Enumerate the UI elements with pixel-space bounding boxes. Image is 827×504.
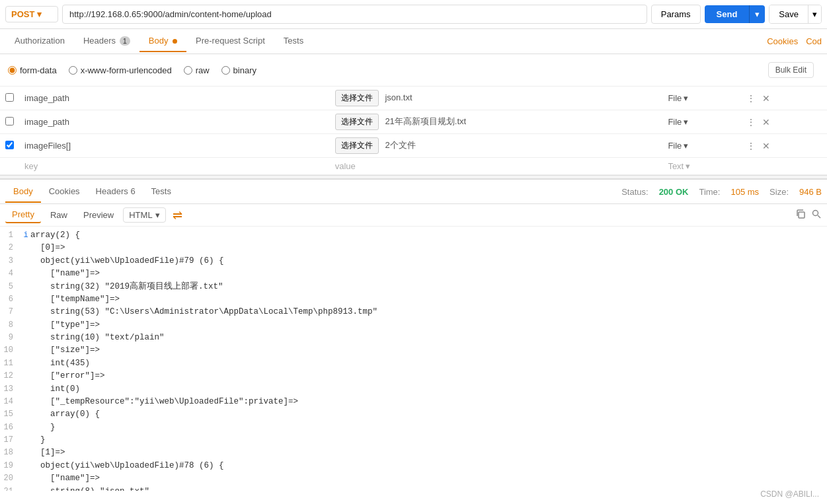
tab-body[interactable]: Body	[139, 30, 186, 52]
line-content: ["name"]=>	[30, 472, 100, 485]
row1-key: image_path	[19, 87, 330, 110]
tab-headers[interactable]: Headers 1	[74, 30, 139, 52]
resp-tab-headers[interactable]: Headers 6	[88, 181, 143, 203]
line-content: [0]=>	[30, 242, 65, 254]
row2-type-chevron[interactable]: ▾	[684, 117, 688, 127]
wrap-icon[interactable]: ⇌	[173, 208, 182, 223]
save-button[interactable]: Save	[769, 5, 808, 23]
line-content: }	[30, 434, 46, 447]
tab-tests[interactable]: Tests	[274, 30, 313, 52]
form-table: image_path 选择文件 json.txt File ▾ ⋮	[0, 87, 827, 175]
table-row: image_path 选择文件 21年高新项目规划.txt File ▾	[0, 110, 827, 134]
tab-prerequest[interactable]: Pre-request Script	[186, 30, 274, 52]
preview-view-button[interactable]: Preview	[77, 207, 120, 223]
time-value: 105 ms	[730, 187, 759, 197]
row2-checkbox[interactable]	[5, 117, 14, 126]
row3-checkbox[interactable]	[5, 141, 14, 149]
cookies-link[interactable]: Cookies	[767, 36, 798, 46]
resp-tab-cookies[interactable]: Cookies	[41, 181, 88, 203]
save-dropdown-button[interactable]: ▾	[808, 5, 821, 23]
line-content: array(2) {	[30, 229, 80, 242]
copy-button[interactable]	[795, 209, 806, 222]
code-line: 1iarray(2) {	[0, 229, 827, 242]
new-row: key value Text ▾	[0, 158, 827, 175]
row2-type-cell: File ▾	[662, 110, 740, 134]
line-number: 1	[0, 229, 21, 242]
formdata-radio[interactable]: form-data	[8, 65, 57, 75]
save-group: Save ▾	[769, 5, 822, 24]
pretty-view-button[interactable]: Pretty	[5, 207, 41, 223]
svg-rect-0	[799, 212, 805, 218]
status-value: 200 OK	[659, 187, 689, 197]
row3-delete-button[interactable]: ✕	[761, 139, 771, 153]
send-dropdown-button[interactable]: ▾	[749, 5, 765, 23]
tab-authorization[interactable]: Authorization	[5, 30, 74, 52]
params-button[interactable]: Params	[651, 5, 701, 24]
raw-view-button[interactable]: Raw	[44, 207, 74, 223]
code-line: 6 ["tempName"]=>	[0, 293, 827, 306]
row3-key: imageFiles[]	[19, 134, 330, 158]
new-row-value-placeholder: value	[335, 161, 356, 171]
code-line: 18 [1]=>	[0, 447, 827, 459]
url-input[interactable]	[62, 5, 647, 24]
row1-type-chevron[interactable]: ▾	[684, 93, 688, 103]
line-number: 11	[0, 357, 21, 370]
row1-more-button[interactable]: ⋮	[745, 92, 757, 105]
code-line: 10 ["size"]=>	[0, 344, 827, 357]
raw-radio[interactable]: raw	[184, 65, 210, 75]
row3-more-button[interactable]: ⋮	[745, 139, 757, 153]
row2-file-cell: 选择文件 21年高新项目规划.txt	[330, 110, 663, 134]
line-content: string(10) "text/plain"	[30, 332, 165, 344]
line-content: }	[30, 421, 56, 434]
row3-checkbox-cell[interactable]	[0, 134, 19, 158]
urlencoded-radio[interactable]: x-www-form-urlencoded	[69, 65, 172, 75]
row3-actions: ⋮ ✕	[740, 134, 827, 158]
line-content: ["type"]=>	[30, 319, 100, 332]
new-row-key-placeholder: key	[24, 161, 38, 171]
code-line: 8 ["type"]=>	[0, 319, 827, 332]
row2-file-name: 21年高新项目规划.txt	[385, 116, 466, 126]
send-button[interactable]: Send	[705, 5, 750, 23]
line-number: 18	[0, 447, 21, 459]
format-selector[interactable]: HTML ▾	[123, 207, 165, 223]
code-line: 14 ["_tempResource":"yii\web\UploadedFil…	[0, 396, 827, 408]
row1-delete-button[interactable]: ✕	[761, 92, 771, 105]
line-content: object(yii\web\UploadedFile)#79 (6) {	[30, 255, 224, 268]
line-number: 14	[0, 396, 21, 408]
response-code-area[interactable]: 1iarray(2) {2 [0]=>3 object(yii\web\Uplo…	[0, 227, 827, 491]
resp-tab-body[interactable]: Body	[5, 181, 41, 203]
method-label: POST	[11, 9, 34, 19]
time-label: Time:	[699, 187, 720, 197]
line-number: 12	[0, 370, 21, 382]
binary-radio[interactable]: binary	[221, 65, 256, 75]
bulk-edit-button[interactable]: Bulk Edit	[768, 62, 814, 78]
search-button[interactable]	[811, 209, 822, 222]
row1-checkbox[interactable]	[5, 93, 14, 102]
code-line: 15 array(0) {	[0, 408, 827, 421]
new-row-type-chevron: ▾	[686, 161, 690, 171]
row1-file-name: json.txt	[385, 92, 412, 102]
code-line: 13 int(0)	[0, 383, 827, 396]
line-info-icon[interactable]: i	[21, 229, 30, 242]
resp-tab-tests[interactable]: Tests	[143, 181, 179, 203]
row3-type-cell: File ▾	[662, 134, 740, 158]
row2-more-button[interactable]: ⋮	[745, 116, 757, 129]
code-line: 17 }	[0, 434, 827, 447]
row2-file-button[interactable]: 选择文件	[335, 114, 379, 130]
form-data-section: image_path 选择文件 json.txt File ▾ ⋮	[0, 87, 827, 175]
row2-checkbox-cell[interactable]	[0, 110, 19, 134]
row3-file-button[interactable]: 选择文件	[335, 137, 379, 154]
format-bar: Pretty Raw Preview HTML ▾ ⇌	[0, 204, 827, 227]
row3-type-chevron[interactable]: ▾	[684, 141, 688, 151]
line-number: 7	[0, 306, 21, 318]
row1-checkbox-cell[interactable]	[0, 87, 19, 110]
line-number: 19	[0, 460, 21, 472]
method-selector[interactable]: POST ▾	[5, 6, 58, 22]
line-number: 6	[0, 293, 21, 306]
row1-actions: ⋮ ✕	[740, 87, 827, 110]
cod-link[interactable]: Cod	[806, 36, 822, 46]
row2-delete-button[interactable]: ✕	[761, 116, 771, 129]
row1-file-button[interactable]: 选择文件	[335, 90, 379, 106]
line-content: string(8) "json.txt"	[30, 486, 149, 491]
row3-file-cell: 选择文件 2个文件	[330, 134, 663, 158]
